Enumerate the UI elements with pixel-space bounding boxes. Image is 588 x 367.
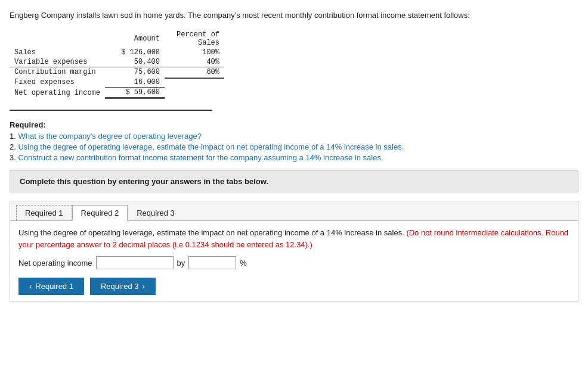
complete-box-text: Complete this question by entering your … — [20, 177, 268, 186]
answer-row: Net operating income by % — [18, 256, 570, 269]
amount-header: Amount — [105, 30, 165, 48]
nav-buttons: ‹ Required 1 Required 3 › — [18, 278, 570, 295]
item-number: 2. — [10, 142, 18, 151]
field-label: Net operating income — [18, 259, 92, 268]
required-title: Required: — [10, 120, 578, 129]
table-row: Contribution margin 75,600 60% — [10, 67, 224, 77]
row-amount: 75,600 — [105, 67, 165, 77]
table-footer-line — [10, 110, 212, 111]
item-text: Using the degree of operating leverage, … — [18, 142, 404, 151]
instruction-main: Using the degree of operating leverage, … — [18, 228, 406, 237]
required-list: 1. What is the company's degree of opera… — [10, 132, 578, 162]
by-label: by — [177, 259, 185, 268]
tab-label: Required 1 — [25, 209, 63, 217]
next-label: Required 3 — [101, 282, 139, 291]
row-percent — [165, 77, 224, 88]
table-row: Sales $ 126,000 100% — [10, 48, 224, 57]
table-row: Variable expenses 50,400 40% — [10, 57, 224, 67]
complete-box: Complete this question by entering your … — [10, 170, 578, 192]
row-percent — [165, 88, 224, 98]
row-percent: 60% — [165, 67, 224, 77]
tab-required-1[interactable]: Required 1 — [16, 205, 72, 220]
row-amount: $ 126,000 — [105, 48, 165, 57]
tab-label: Required 2 — [81, 209, 119, 217]
item-number: 3. — [10, 153, 18, 162]
row-amount: $ 59,600 — [105, 88, 165, 98]
tabs-header: Required 1 Required 2 Required 3 — [10, 201, 578, 221]
tab-label: Required 3 — [137, 209, 175, 217]
row-percent: 100% — [165, 48, 224, 57]
percent-sub: Sales — [198, 39, 219, 47]
instruction-text: Using the degree of operating leverage, … — [18, 227, 570, 250]
prev-button[interactable]: ‹ Required 1 — [18, 278, 84, 295]
list-item: 2. Using the degree of operating leverag… — [10, 142, 578, 151]
row-label: Fixed expenses — [10, 77, 105, 88]
list-item: 3. Construct a new contribution format i… — [10, 153, 578, 162]
next-button[interactable]: Required 3 › — [90, 278, 156, 295]
percent-label: Percent of — [177, 30, 219, 39]
prev-label: Required 1 — [35, 282, 73, 291]
net-operating-income-input[interactable] — [96, 256, 174, 269]
income-table: Amount Percent of Sales Sales $ 126,000 … — [10, 30, 224, 99]
prev-arrow: ‹ — [29, 282, 32, 291]
intro-text: Engberg Company installs lawn sod in hom… — [10, 10, 578, 21]
tab-required-2[interactable]: Required 2 — [72, 205, 128, 221]
percent-symbol: % — [240, 259, 247, 268]
next-arrow: › — [143, 282, 145, 291]
row-label: Variable expenses — [10, 57, 105, 67]
tabs-container: Required 1 Required 2 Required 3 Using t… — [10, 201, 578, 301]
list-item: 1. What is the company's degree of opera… — [10, 132, 578, 141]
tab-required-3[interactable]: Required 3 — [128, 205, 184, 220]
required-section: Required: 1. What is the company's degre… — [10, 120, 578, 162]
item-number: 1. — [10, 132, 18, 141]
percent-header-label: Percent of Sales — [165, 30, 224, 48]
item-text: Construct a new contribution format inco… — [18, 153, 383, 162]
item-text: What is the company's degree of operatin… — [18, 132, 201, 141]
row-amount: 50,400 — [105, 57, 165, 67]
table-row: Fixed expenses 16,000 — [10, 77, 224, 88]
table-row: Net operating income $ 59,600 — [10, 88, 224, 98]
row-label: Contribution margin — [10, 67, 105, 77]
row-label: Sales — [10, 48, 105, 57]
tab-content: Using the degree of operating leverage, … — [10, 221, 578, 301]
percent-input[interactable] — [188, 256, 236, 269]
row-amount: 16,000 — [105, 77, 165, 88]
row-label: Net operating income — [10, 88, 105, 98]
row-percent: 40% — [165, 57, 224, 67]
